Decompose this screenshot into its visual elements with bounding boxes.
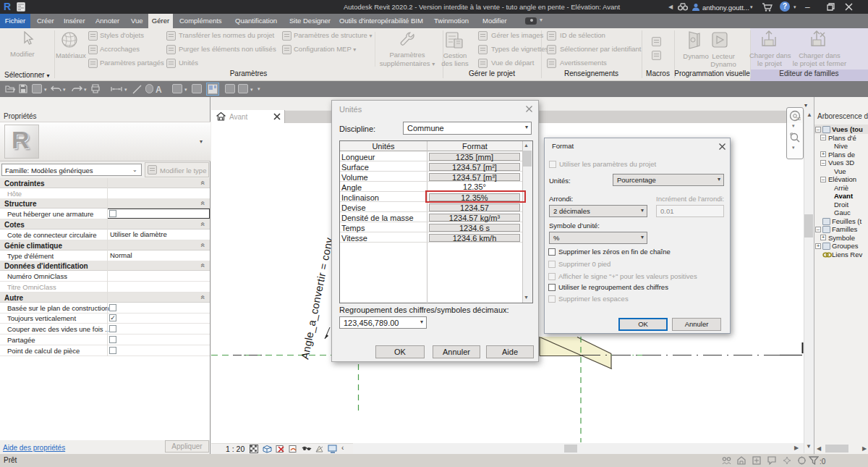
svg-text:2D: 2D bbox=[796, 117, 801, 121]
svg-text:Angle_a_convertir = conv: Angle_a_convertir = conv bbox=[299, 236, 335, 360]
